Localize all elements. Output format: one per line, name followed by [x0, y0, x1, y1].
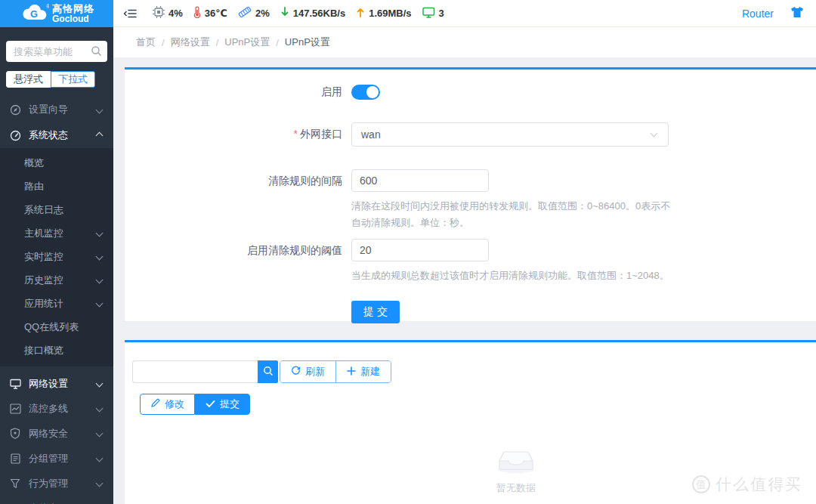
cpu-icon: [153, 6, 165, 20]
cpu-usage-stat: 4%: [153, 6, 183, 20]
chevron-down-icon: [96, 300, 104, 308]
wan-interface-value: wan: [361, 128, 381, 141]
online-clients-value: 3: [439, 8, 444, 19]
modify-button[interactable]: 修改: [140, 394, 195, 415]
search-icon: [91, 45, 102, 60]
main-area: 首页 / 网络设置 / UPnP设置 / UPnP设置 启用: [113, 27, 816, 504]
clear-threshold-help: 当生成的规则总数超过该值时才启用清除规则功能。取值范围：1~2048。: [351, 267, 676, 284]
sidebar: 悬浮式 下拉式 设置向导: [0, 27, 113, 504]
clear-interval-help: 清除在这段时间内没用被使用的转发规则。取值范围：0~86400。0表示不自动清除…: [351, 198, 676, 231]
chevron-down-icon: [96, 277, 104, 284]
sidebar-item-app-statistics[interactable]: 应用统计: [0, 292, 113, 315]
memory-usage-stat: 2%: [238, 6, 270, 20]
sidebar-item-realtime-monitor[interactable]: 实时监控: [0, 245, 113, 268]
router-link[interactable]: Router: [742, 8, 774, 20]
pencil-icon: [150, 398, 160, 410]
clear-interval-row: 清除规则的间隔 清除在这段时间内没用被使用的转发规则。取值范围：0~86400。…: [125, 169, 816, 231]
breadcrumb-home[interactable]: 首页: [136, 36, 156, 49]
mode-tab-floating[interactable]: 悬浮式: [6, 71, 51, 88]
menu-mode-tabs: 悬浮式 下拉式: [6, 71, 107, 88]
online-clients-stat: 3: [422, 7, 444, 20]
app-window: G ® 高恪网络 Gocloud: [0, 0, 816, 504]
sidebar-item-network-security[interactable]: 网络安全: [0, 421, 113, 446]
topbar-main: 4% 36℃: [113, 0, 816, 27]
chevron-down-icon: [96, 480, 104, 487]
rules-submit-button[interactable]: 提交: [195, 394, 250, 415]
rules-toolbar: 刷新 新建: [132, 360, 816, 383]
upnp-form: 启用 *外网接口 wan 清除规则的间隔: [125, 70, 816, 323]
chevron-up-icon: [96, 131, 104, 139]
sidebar-item-vpn[interactable]: 虚拟专网: [0, 496, 113, 504]
compass-icon: [9, 104, 21, 116]
mode-tab-dropdown[interactable]: 下拉式: [51, 71, 95, 88]
empty-text: 暂无数据: [486, 481, 546, 495]
sidebar-item-network-settings[interactable]: 网络设置: [0, 371, 113, 396]
sidebar-item-setup-wizard[interactable]: 设置向导: [0, 97, 113, 122]
search-icon: [263, 366, 274, 379]
cpu-usage-value: 4%: [168, 8, 183, 19]
refresh-icon: [291, 366, 301, 378]
breadcrumb-upnp[interactable]: UPnP设置: [224, 36, 270, 49]
download-speed-stat: 147.56KB/s: [280, 6, 345, 20]
upnp-rules-card: 刷新 新建: [125, 340, 816, 504]
topbar: G ® 高恪网络 Gocloud: [0, 0, 816, 27]
wan-interface-label: *外网接口: [125, 128, 351, 141]
refresh-button[interactable]: 刷新: [280, 361, 335, 382]
document-icon: [9, 453, 21, 464]
sidebar-item-behavior-management[interactable]: 行为管理: [0, 471, 113, 496]
sidebar-item-qq-online-list[interactable]: QQ在线列表: [0, 315, 113, 339]
clear-threshold-input[interactable]: [351, 239, 489, 261]
thermometer-icon: [193, 6, 201, 20]
gocloud-logo: G ® 高恪网络 Gocloud: [0, 0, 113, 27]
funnel-icon: [9, 478, 21, 489]
sidebar-item-host-monitor[interactable]: 主机监控: [0, 221, 113, 245]
tshirt-icon[interactable]: [790, 6, 804, 21]
sidebar-item-group-management[interactable]: 分组管理: [0, 446, 113, 471]
form-submit-button[interactable]: 提 交: [351, 301, 400, 323]
clear-interval-input[interactable]: [351, 169, 489, 192]
wan-interface-row: *外网接口 wan: [125, 122, 816, 147]
chevron-down-icon: [96, 230, 104, 237]
plus-icon: [347, 366, 356, 378]
clear-threshold-label: 启用清除规则的阈值: [125, 239, 351, 261]
enable-toggle[interactable]: [351, 85, 380, 100]
temperature-value: 36℃: [205, 8, 227, 19]
gauge-icon: [9, 130, 21, 141]
chevron-down-icon: [96, 430, 104, 438]
sidebar-search: [6, 41, 107, 62]
breadcrumb: 首页 / 网络设置 / UPnP设置 / UPnP设置: [113, 27, 816, 57]
chevron-down-icon: [96, 106, 104, 113]
wan-interface-select[interactable]: wan: [351, 122, 669, 147]
svg-text:®: ®: [46, 4, 49, 9]
chevron-down-icon: [96, 253, 104, 261]
upnp-settings-card: 启用 *外网接口 wan 清除规则的间隔: [125, 67, 816, 321]
download-arrow-icon: [280, 6, 289, 20]
sidebar-item-routing[interactable]: 路由: [0, 175, 113, 198]
clear-interval-label: 清除规则的间隔: [125, 169, 351, 192]
clients-monitor-icon: [422, 7, 435, 20]
breadcrumb-current: UPnP设置: [285, 36, 330, 49]
sidebar-item-interface-overview[interactable]: 接口概览: [0, 339, 113, 362]
sidebar-item-overview[interactable]: 概览: [0, 151, 113, 175]
rules-search-button[interactable]: [258, 360, 278, 383]
chevron-down-icon: [96, 455, 104, 462]
chevron-down-icon: [96, 380, 104, 388]
menu-fold-icon[interactable]: [122, 8, 138, 20]
sidebar-item-history-monitor[interactable]: 历史监控: [0, 268, 113, 292]
breadcrumb-network-settings[interactable]: 网络设置: [171, 36, 210, 49]
memory-usage-value: 2%: [255, 8, 270, 19]
rules-search-input[interactable]: [132, 360, 258, 383]
create-button[interactable]: 新建: [335, 361, 391, 382]
svg-text:G: G: [30, 8, 38, 20]
rules-search: [132, 360, 278, 383]
monitor-icon: [9, 379, 21, 389]
shield-icon: [9, 428, 21, 439]
empty-box-icon: [494, 463, 538, 476]
upload-arrow-icon: [356, 6, 365, 20]
chevron-down-icon: [651, 130, 658, 138]
sidebar-item-flow-control[interactable]: 流控多线: [0, 396, 113, 421]
download-speed-value: 147.56KB/s: [293, 8, 345, 19]
sidebar-item-system-status[interactable]: 系统状态: [0, 122, 113, 148]
sidebar-item-system-log[interactable]: 系统日志: [0, 198, 113, 221]
flow-icon: [9, 404, 21, 414]
